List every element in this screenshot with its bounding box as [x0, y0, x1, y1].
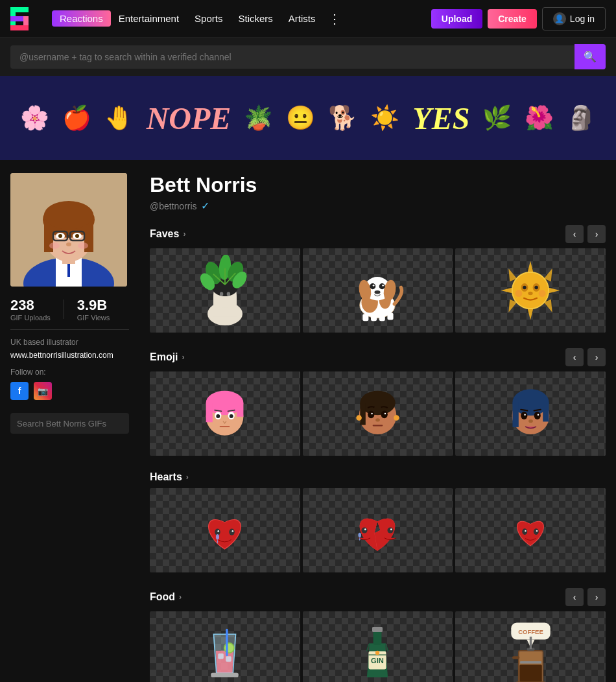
profile-name: Bett Norris — [150, 173, 606, 197]
svg-point-114 — [390, 528, 392, 530]
hearts-section: Hearts › — [150, 471, 606, 572]
emoji-prev-button[interactable]: ‹ — [565, 348, 584, 366]
emoji-header: Emoji › ‹ › — [150, 348, 606, 366]
hearts-title[interactable]: Hearts › — [150, 471, 189, 483]
food-next-button[interactable]: › — [587, 588, 606, 606]
svg-point-91 — [385, 412, 386, 414]
hearts-gif-3[interactable] — [455, 488, 606, 572]
svg-point-87 — [394, 415, 399, 421]
sidebar-search-input[interactable] — [10, 414, 129, 434]
search-input[interactable] — [10, 45, 575, 69]
food-label: Food — [150, 591, 175, 603]
handle-text: @bettnorris — [150, 201, 197, 211]
svg-point-45 — [370, 283, 376, 289]
emoji-section: Emoji › ‹ › — [150, 348, 606, 456]
svg-point-100 — [524, 414, 526, 416]
gif-content: COFFEE — [455, 611, 606, 682]
svg-point-115 — [522, 528, 527, 535]
svg-rect-24 — [67, 264, 70, 277]
nav-stickers[interactable]: Stickers — [230, 10, 280, 27]
svg-point-22 — [49, 242, 60, 249]
main-nav: Reactions Entertainment Sports Stickers … — [52, 10, 431, 27]
site-logo[interactable] — [10, 7, 39, 30]
nav-more-icon[interactable]: ⋮ — [323, 11, 346, 27]
emoji-nav: ‹ › — [565, 348, 606, 366]
svg-point-49 — [375, 290, 381, 294]
emoji-gif-3[interactable] — [455, 371, 606, 456]
food-arrow: › — [179, 593, 182, 602]
food-gif-1[interactable] — [150, 611, 300, 682]
nav-sports[interactable]: Sports — [187, 10, 230, 27]
faves-grid — [150, 248, 606, 333]
faves-gif-2[interactable] — [303, 248, 453, 333]
instagram-icon[interactable]: 📷 — [34, 382, 52, 400]
svg-point-117 — [525, 530, 526, 531]
nav-entertainment[interactable]: Entertainment — [111, 10, 187, 27]
svg-point-90 — [371, 412, 373, 414]
food-title[interactable]: Food › — [150, 591, 182, 603]
hearts-gif-1[interactable] — [150, 488, 300, 572]
svg-rect-126 — [372, 626, 383, 631]
banner-lavender-icon: 🪴 — [244, 104, 273, 132]
gif-content — [150, 248, 300, 333]
svg-text:GIN: GIN — [372, 656, 385, 664]
user-icon: 👤 — [553, 12, 566, 25]
svg-point-19 — [58, 234, 62, 238]
banner-apple-icon: 🍎 — [62, 104, 91, 132]
svg-marker-54 — [528, 261, 534, 273]
food-gif-2[interactable]: GIN — [303, 611, 453, 682]
profile-handle: @bettnorris ✓ — [150, 200, 606, 212]
svg-point-88 — [368, 410, 374, 418]
login-label: Log in — [570, 14, 595, 24]
faves-title[interactable]: Faves › — [150, 228, 185, 240]
verified-badge: ✓ — [201, 200, 209, 212]
svg-marker-57 — [548, 287, 560, 293]
profile-header: Bett Norris @bettnorris ✓ — [150, 173, 606, 212]
gif-views-stat: 3.9B GIF Views — [77, 297, 110, 322]
svg-point-48 — [383, 285, 385, 287]
upload-button[interactable]: Upload — [431, 9, 482, 29]
nav-artists[interactable]: Artists — [281, 10, 324, 27]
svg-point-89 — [381, 410, 388, 418]
svg-rect-136 — [519, 664, 542, 682]
emoji-next-button[interactable]: › — [587, 348, 606, 366]
food-prev-button[interactable]: ‹ — [565, 588, 584, 606]
svg-rect-120 — [226, 656, 232, 662]
svg-point-107 — [218, 530, 220, 532]
faves-next-button[interactable]: › — [587, 225, 606, 243]
nav-reactions[interactable]: Reactions — [52, 10, 111, 27]
gif-uploads-count: 238 — [10, 297, 51, 314]
svg-rect-1 — [10, 7, 29, 12]
hearts-gif-2[interactable] — [303, 488, 453, 572]
banner-sun-icon: ☀️ — [370, 104, 399, 132]
svg-rect-123 — [226, 629, 228, 657]
login-button[interactable]: 👤 Log in — [542, 7, 606, 30]
svg-marker-55 — [528, 308, 534, 320]
svg-point-86 — [356, 415, 362, 421]
emoji-gif-2[interactable] — [303, 371, 453, 456]
stats-section: 238 GIF Uploads 3.9B GIF Views — [10, 297, 129, 330]
banner-content: 🌸 🍎 🤚 NOPE 🪴 😐 🐕 ☀️ YES 🌿 🌺 🗿 — [7, 94, 610, 143]
faves-header: Faves › ‹ › — [150, 225, 606, 243]
hearts-header: Hearts › — [150, 471, 606, 483]
emoji-title[interactable]: Emoji › — [150, 351, 185, 363]
facebook-icon[interactable]: f — [10, 382, 29, 400]
faves-prev-button[interactable]: ‹ — [565, 225, 584, 243]
banner-branch-icon: 🌿 — [482, 104, 512, 132]
food-gif-3[interactable]: COFFEE — [455, 611, 606, 682]
stats-divider — [64, 300, 64, 319]
svg-rect-3 — [23, 16, 29, 25]
svg-point-98 — [521, 412, 527, 419]
emoji-gif-1[interactable] — [150, 371, 300, 456]
create-button[interactable]: Create — [488, 9, 537, 29]
website-link[interactable]: www.bettnorrisillustration.com — [10, 351, 129, 360]
search-button[interactable]: 🔍 — [575, 44, 606, 69]
gif-uploads-label: GIF Uploads — [10, 314, 51, 322]
faves-gif-1[interactable] — [150, 248, 300, 333]
svg-rect-140 — [512, 656, 519, 659]
svg-point-13 — [44, 201, 93, 229]
faves-gif-3[interactable] — [455, 248, 606, 333]
faves-label: Faves — [150, 228, 179, 240]
gif-uploads-stat: 238 GIF Uploads — [10, 297, 51, 322]
follow-label: Follow on: — [10, 368, 129, 377]
